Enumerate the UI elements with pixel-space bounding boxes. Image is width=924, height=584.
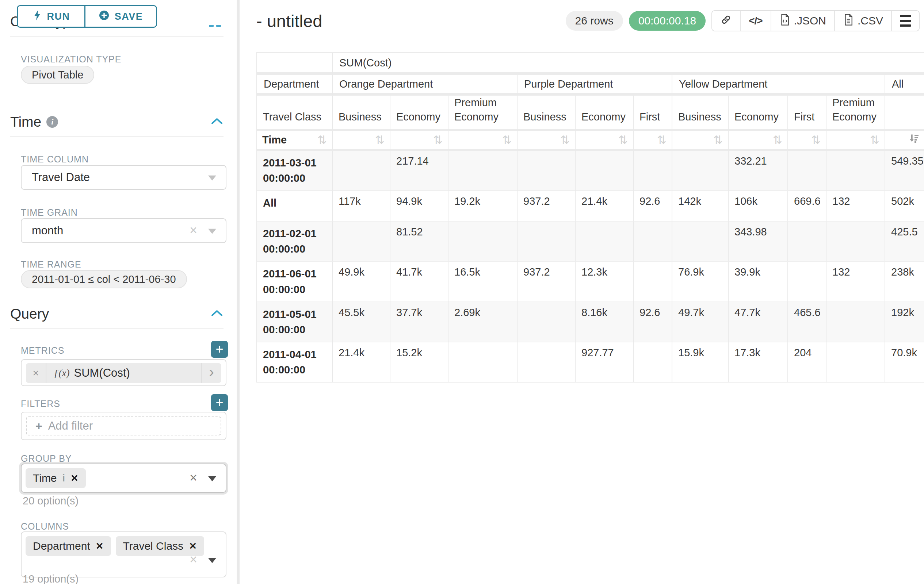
visualization-type-pill[interactable]: Pivot Table — [21, 66, 94, 84]
group-by-chip-time[interactable]: Time i ✕ — [26, 468, 86, 488]
pivot-sort-header[interactable]: ⇅ — [449, 131, 518, 151]
pivot-value-cell: 204 — [788, 342, 827, 382]
columns-chip-department[interactable]: Department ✕ — [26, 536, 111, 556]
pivot-sort-header-time[interactable]: Time⇅ — [257, 131, 333, 151]
pivot-value-cell: 132 — [827, 262, 885, 302]
time-column-value: Travel Date — [32, 171, 90, 184]
save-button[interactable]: SAVE — [84, 6, 156, 26]
pivot-sort-header[interactable]: ⇅ — [576, 131, 634, 151]
pivot-sort-header[interactable]: ⇅ — [788, 131, 827, 151]
add-metric-button[interactable]: + — [211, 341, 228, 358]
time-column-select[interactable]: Travel Date — [21, 165, 226, 190]
add-filter-plus-button[interactable]: + — [211, 394, 228, 411]
pivot-department-header: Purple Department — [518, 75, 672, 95]
run-save-button-group: RUN SAVE — [17, 5, 157, 28]
pivot-value-cell: 92.6 — [634, 191, 672, 222]
table-row: 2011-04-01 00:00:0021.4k15.2k927.7715.9k… — [257, 342, 924, 382]
pivot-class-header: Business — [333, 95, 390, 131]
save-button-label: SAVE — [115, 11, 143, 22]
table-row: 2011-05-01 00:00:0045.5k37.7k2.69k8.16k9… — [257, 302, 924, 342]
clear-icon[interactable]: × — [190, 553, 197, 566]
pivot-value-cell: 81.52 — [390, 222, 449, 262]
pivot-sort-header[interactable] — [885, 131, 924, 151]
metric-chip[interactable]: × ƒ(x) SUM(Cost) › — [26, 363, 221, 383]
columns-control[interactable]: Department ✕ Travel Class ✕ × — [21, 531, 226, 577]
pivot-sort-header[interactable]: ⇅ — [634, 131, 672, 151]
pivot-value-cell — [827, 302, 885, 342]
pivot-value-cell: 465.6 — [788, 302, 827, 342]
chevron-down-icon — [208, 176, 216, 181]
chevron-up-icon[interactable] — [210, 117, 223, 127]
columns-label: COLUMNS — [21, 521, 69, 532]
pivot-sort-header[interactable]: ⇅ — [827, 131, 885, 151]
pivot-value-cell — [576, 151, 634, 191]
pivot-row-label: 2011-02-01 00:00:00 — [257, 222, 333, 262]
pivot-value-cell — [449, 151, 518, 191]
remove-metric-icon[interactable]: × — [26, 363, 46, 383]
chart-title[interactable]: - untitled — [256, 11, 322, 31]
more-options-button[interactable] — [891, 11, 919, 31]
columns-chip-label: Travel Class — [123, 540, 184, 552]
file-lines-icon — [843, 13, 854, 28]
info-icon: i — [63, 473, 65, 484]
pivot-value-cell: 549.35 — [885, 151, 924, 191]
time-grain-select[interactable]: month × — [21, 218, 226, 243]
export-csv-button[interactable]: .CSV — [834, 11, 891, 31]
pivot-sort-header[interactable]: ⇅ — [729, 131, 788, 151]
pivot-value-cell — [634, 151, 672, 191]
copy-link-button[interactable] — [712, 11, 740, 31]
pivot-class-header: Premium Economy — [827, 95, 885, 131]
pivot-department-header: Yellow Department — [672, 75, 885, 95]
pivot-value-cell: 49.9k — [333, 262, 390, 302]
pivot-value-cell — [518, 151, 576, 191]
view-query-button[interactable]: </> — [740, 11, 770, 31]
pivot-value-cell: 927.77 — [576, 342, 634, 382]
pivot-class-header: First — [788, 95, 827, 131]
pivot-value-cell — [827, 222, 885, 262]
query-section-header: Query — [10, 306, 223, 322]
pivot-value-cell — [333, 151, 390, 191]
pivot-sort-header[interactable]: ⇅ — [390, 131, 449, 151]
chart-header: - untitled 26 rows 00:00:00.18 </> — [256, 0, 920, 42]
time-range-pill[interactable]: 2011-01-01 ≤ col < 2011-06-30 — [21, 270, 187, 288]
pivot-value-cell: 117k — [333, 191, 390, 222]
group-by-control[interactable]: Time i ✕ × — [21, 464, 226, 493]
add-filter-button[interactable]: + Add filter — [26, 416, 221, 436]
pivot-sort-header[interactable]: ⇅ — [333, 131, 390, 151]
pivot-value-cell: 37.7k — [390, 302, 449, 342]
time-grain-label: TIME GRAIN — [21, 207, 78, 218]
pivot-row-label: 2011-05-01 00:00:00 — [257, 302, 333, 342]
pivot-sort-header[interactable]: ⇅ — [518, 131, 576, 151]
remove-chip-icon[interactable]: ✕ — [96, 541, 104, 552]
chevron-down-icon[interactable] — [208, 558, 216, 563]
panel-resize-gutter[interactable] — [237, 0, 239, 584]
clear-icon[interactable]: × — [190, 224, 197, 237]
remove-chip-icon[interactable]: ✕ — [189, 541, 197, 552]
pivot-value-cell — [333, 222, 390, 262]
sort-icon: ⇅ — [502, 134, 512, 146]
pivot-row-label: 2011-04-01 00:00:00 — [257, 342, 333, 382]
pivot-value-cell — [576, 222, 634, 262]
chevron-down-icon[interactable] — [208, 476, 216, 482]
pivot-sort-header[interactable]: ⇅ — [672, 131, 729, 151]
clear-icon[interactable]: × — [190, 471, 197, 484]
plus-icon: + — [35, 419, 42, 433]
link-chain-icon — [720, 14, 732, 28]
chevron-right-icon[interactable]: › — [201, 363, 221, 383]
remove-chip-icon[interactable]: ✕ — [71, 473, 79, 484]
pivot-value-cell: 17.3k — [729, 342, 788, 382]
pivot-table: SUM(Cost)DepartmentOrange DepartmentPurp… — [256, 52, 924, 383]
sort-icon: ⇅ — [560, 134, 570, 146]
export-json-button[interactable]: .JSON — [771, 11, 834, 31]
pivot-class-header: Economy — [390, 95, 449, 131]
chevron-up-icon[interactable] — [210, 309, 223, 319]
pivot-class-header: Economy — [576, 95, 634, 131]
row-count-badge: 26 rows — [566, 11, 623, 31]
sort-icon: ⇅ — [433, 134, 443, 146]
scroll-remnant-icon — [209, 25, 214, 27]
sort-descending-icon — [908, 133, 919, 147]
pivot-value-cell: 2.69k — [449, 302, 518, 342]
pivot-value-cell: 8.16k — [576, 302, 634, 342]
run-button[interactable]: RUN — [18, 6, 84, 26]
pivot-class-header: First — [634, 95, 672, 131]
